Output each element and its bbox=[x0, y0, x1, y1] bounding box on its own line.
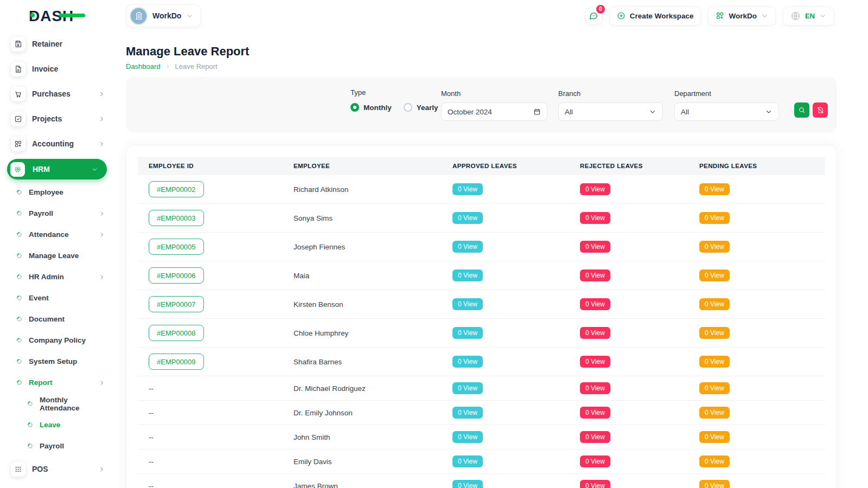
sidebar-item-label: Purchases bbox=[32, 89, 71, 98]
rejected-leaves-badge[interactable]: 0 View bbox=[580, 269, 610, 281]
sidebar-subitem[interactable]: Employee bbox=[0, 182, 114, 203]
approved-leaves-badge[interactable]: 0 View bbox=[452, 327, 483, 339]
rejected-leaves-badge[interactable]: 0 View bbox=[580, 455, 610, 467]
radio-off-icon[interactable] bbox=[404, 103, 412, 112]
approved-leaves-badge[interactable]: 0 View bbox=[452, 183, 483, 195]
sidebar-subitem[interactable]: Document bbox=[0, 309, 114, 330]
rejected-leaves-badge[interactable]: 0 View bbox=[580, 382, 610, 394]
rejected-leaves-badge[interactable]: 0 View bbox=[580, 327, 610, 339]
messages-button[interactable]: 0 bbox=[585, 8, 602, 24]
employee-name: Shafira Barnes bbox=[283, 352, 442, 372]
pending-leaves-badge[interactable]: 0 View bbox=[699, 241, 730, 253]
approved-leaves-badge[interactable]: 0 View bbox=[452, 431, 483, 443]
search-button[interactable] bbox=[794, 102, 809, 118]
approved-leaves-badge[interactable]: 0 View bbox=[452, 455, 483, 467]
approved-leaves-badge[interactable]: 0 View bbox=[452, 212, 483, 224]
rejected-leaves-badge[interactable]: 0 View bbox=[580, 298, 610, 310]
pending-leaves-badge[interactable]: 0 View bbox=[699, 298, 730, 310]
department-select[interactable]: All bbox=[674, 102, 779, 121]
pending-leaves-badge[interactable]: 0 View bbox=[699, 183, 730, 195]
pending-leaves-badge[interactable]: 0 View bbox=[699, 327, 730, 339]
sidebar-item[interactable]: POS bbox=[0, 457, 114, 481]
approved-leaves-badge[interactable]: 0 View bbox=[452, 382, 483, 394]
rejected-leaves-badge[interactable]: 0 View bbox=[580, 407, 610, 419]
sidebar-subsubitem[interactable]: Leave bbox=[0, 414, 114, 435]
sidebar-subitem[interactable]: Report bbox=[0, 372, 114, 393]
reset-filter-button[interactable] bbox=[813, 102, 828, 118]
chevron-down-icon bbox=[765, 108, 773, 115]
sidebar-subitem[interactable]: Payroll bbox=[0, 203, 114, 224]
branch-value: All bbox=[565, 108, 649, 116]
chevron-down-icon bbox=[186, 12, 193, 20]
pending-leaves-badge[interactable]: 0 View bbox=[699, 382, 730, 394]
pending-leaves-badge[interactable]: 0 View bbox=[699, 480, 730, 488]
create-workspace-button[interactable]: Create Workspace bbox=[609, 7, 701, 25]
pending-leaves-badge[interactable]: 0 View bbox=[699, 407, 730, 419]
workspace-switcher[interactable]: WorkDo bbox=[126, 4, 201, 27]
employee-id-chip[interactable]: #EMP00008 bbox=[149, 325, 204, 341]
pending-leaves-badge[interactable]: 0 View bbox=[699, 269, 730, 281]
sidebar-subitem-label: Report bbox=[29, 378, 53, 387]
employee-id-chip[interactable]: #EMP00006 bbox=[149, 267, 204, 284]
sidebar-item[interactable]: Accounting bbox=[0, 131, 114, 156]
branch-label: Branch bbox=[558, 89, 663, 98]
radio-monthly[interactable]: Monthly bbox=[350, 103, 392, 112]
approved-leaves-badge[interactable]: 0 View bbox=[452, 241, 483, 253]
sidebar-item[interactable]: Projects bbox=[0, 106, 114, 131]
employee-id-chip[interactable]: #EMP00003 bbox=[149, 210, 204, 226]
sidebar-subsubitem[interactable]: Monthly Attendance bbox=[0, 393, 114, 414]
rejected-leaves-badge[interactable]: 0 View bbox=[580, 431, 610, 443]
rejected-leaves-badge[interactable]: 0 View bbox=[580, 241, 610, 253]
sidebar-item-hrm[interactable]: HRM bbox=[7, 159, 107, 179]
employee-name: Kirsten Benson bbox=[283, 294, 442, 314]
plus-circle-icon bbox=[617, 11, 626, 20]
pending-leaves-badge[interactable]: 0 View bbox=[699, 431, 730, 443]
bullet-icon bbox=[16, 231, 23, 238]
employee-name: Dr. Emily Johnson bbox=[283, 403, 442, 423]
pending-leaves-badge[interactable]: 0 View bbox=[699, 212, 730, 224]
workdo-menu-button[interactable]: WorkDo bbox=[708, 7, 776, 25]
sidebar-item[interactable]: Retainer bbox=[0, 31, 114, 56]
radio-yearly[interactable]: Yearly bbox=[404, 103, 438, 112]
employee-name: James Brown bbox=[283, 476, 442, 488]
rejected-leaves-badge[interactable]: 0 View bbox=[580, 183, 610, 195]
bullet-icon bbox=[16, 337, 23, 344]
sidebar-subitem[interactable]: Company Policy bbox=[0, 330, 114, 351]
rejected-leaves-badge[interactable]: 0 View bbox=[580, 480, 610, 488]
sidebar-subitem[interactable]: Manage Leave bbox=[0, 245, 114, 266]
breadcrumb-dashboard-link[interactable]: Dashboard bbox=[126, 62, 161, 70]
language-code: EN bbox=[805, 12, 815, 20]
column-header: EMPLOYEE ID bbox=[138, 163, 283, 169]
approved-leaves-badge[interactable]: 0 View bbox=[452, 407, 483, 419]
approved-leaves-badge[interactable]: 0 View bbox=[452, 480, 483, 488]
language-selector[interactable]: EN bbox=[783, 7, 834, 25]
sidebar-subitem[interactable]: Attendance bbox=[0, 224, 114, 245]
breadcrumb: Dashboard Leave Report bbox=[126, 62, 837, 70]
branch-select[interactable]: All bbox=[558, 102, 663, 121]
sidebar-subitem[interactable]: System Setup bbox=[0, 351, 114, 372]
approved-leaves-badge[interactable]: 0 View bbox=[452, 356, 483, 368]
rejected-leaves-badge[interactable]: 0 View bbox=[580, 356, 610, 368]
employee-id-chip[interactable]: #EMP00002 bbox=[149, 181, 204, 197]
employee-id-chip[interactable]: #EMP00005 bbox=[149, 239, 204, 255]
sidebar-item[interactable]: Purchases bbox=[0, 81, 114, 106]
globe-icon bbox=[790, 11, 801, 21]
rejected-leaves-badge[interactable]: 0 View bbox=[580, 212, 610, 224]
sidebar-subitem[interactable]: HR Admin bbox=[0, 266, 114, 287]
sidebar-subitem[interactable]: Event bbox=[0, 287, 114, 309]
sidebar-subsubitem[interactable]: Payroll bbox=[0, 435, 114, 457]
bullet-icon bbox=[27, 442, 34, 450]
pending-leaves-badge[interactable]: 0 View bbox=[699, 356, 730, 368]
calendar-icon[interactable] bbox=[533, 108, 541, 115]
employee-name: Joseph Fiennes bbox=[283, 237, 442, 257]
employee-id-chip[interactable]: #EMP00009 bbox=[149, 354, 204, 370]
month-input[interactable]: October 2024 bbox=[441, 102, 547, 121]
column-header: PENDING LEAVES bbox=[688, 163, 825, 169]
sidebar-item-icon bbox=[14, 40, 22, 48]
approved-leaves-badge[interactable]: 0 View bbox=[452, 269, 483, 281]
sidebar-item[interactable]: Invoice bbox=[0, 56, 114, 81]
radio-on-icon[interactable] bbox=[350, 103, 359, 112]
approved-leaves-badge[interactable]: 0 View bbox=[452, 298, 483, 310]
employee-id-chip[interactable]: #EMP00007 bbox=[149, 296, 204, 312]
pending-leaves-badge[interactable]: 0 View bbox=[699, 455, 730, 467]
